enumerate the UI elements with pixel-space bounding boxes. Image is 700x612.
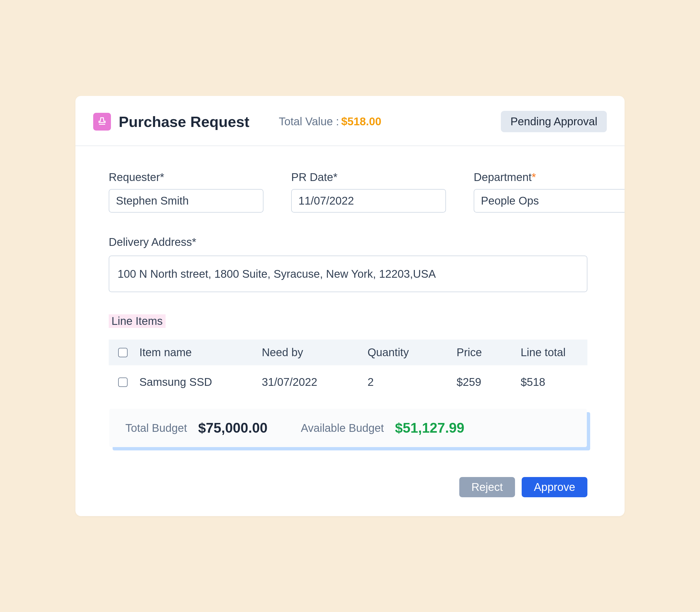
col-quantity: Quantity <box>368 339 456 365</box>
delivery-address-input[interactable]: 100 N North street, 1800 Suite, Syracuse… <box>109 255 587 292</box>
approve-button[interactable]: Approve <box>522 477 587 497</box>
cell-line-total: $518 <box>521 365 587 399</box>
total-value-amount: $518.00 <box>341 115 381 128</box>
department-input[interactable] <box>474 189 624 212</box>
col-price: Price <box>456 339 521 365</box>
app-icon <box>93 113 111 130</box>
table-header-row: Item name Need by Quantity Price Line to… <box>109 339 587 365</box>
field-department: Department* <box>474 171 624 212</box>
card-body: Requester* PR Date* Department* Delivery… <box>76 146 624 516</box>
field-delivery-address: Delivery Address* 100 N North street, 18… <box>109 236 587 292</box>
cell-price: $259 <box>456 365 521 399</box>
label-requester: Requester* <box>109 171 263 183</box>
line-items-table: Item name Need by Quantity Price Line to… <box>109 339 587 399</box>
reject-button[interactable]: Reject <box>459 477 515 497</box>
action-bar: Reject Approve <box>109 477 587 497</box>
available-budget-value: $51,127.99 <box>395 420 464 436</box>
col-line-total: Line total <box>521 339 587 365</box>
stamp-icon <box>97 116 107 127</box>
page-title: Purchase Request <box>119 113 249 130</box>
form-row: Requester* PR Date* Department* <box>109 171 587 212</box>
available-budget-label: Available Budget <box>301 422 384 434</box>
cell-need-by: 31/07/2022 <box>262 365 368 399</box>
line-items-title: Line Items <box>109 314 166 328</box>
col-item-name: Item name <box>139 339 262 365</box>
cell-quantity: 2 <box>368 365 456 399</box>
field-requester: Requester* <box>109 171 263 212</box>
total-value-label: Total Value : <box>279 115 339 128</box>
pr-date-input[interactable] <box>291 189 446 212</box>
required-mark: * <box>532 171 536 183</box>
requester-input[interactable] <box>109 189 263 212</box>
purchase-request-card: Purchase Request Total Value : $518.00 P… <box>76 96 624 516</box>
label-pr-date: PR Date* <box>291 171 446 183</box>
field-pr-date: PR Date* <box>291 171 446 212</box>
table-row: Samsung SSD 31/07/2022 2 $259 $518 <box>109 365 587 399</box>
card-header: Purchase Request Total Value : $518.00 P… <box>76 96 624 146</box>
total-budget-label: Total Budget <box>125 422 187 434</box>
total-budget-value: $75,000.00 <box>198 420 267 436</box>
label-department: Department* <box>474 171 624 183</box>
total-value: Total Value : $518.00 <box>279 115 381 128</box>
status-badge: Pending Approval <box>501 111 607 132</box>
col-need-by: Need by <box>262 339 368 365</box>
budget-summary: Total Budget $75,000.00 Available Budget… <box>109 409 587 447</box>
row-checkbox[interactable] <box>118 377 127 387</box>
cell-item-name: Samsung SSD <box>139 365 262 399</box>
select-all-checkbox[interactable] <box>118 348 127 357</box>
label-address: Delivery Address* <box>109 236 587 248</box>
